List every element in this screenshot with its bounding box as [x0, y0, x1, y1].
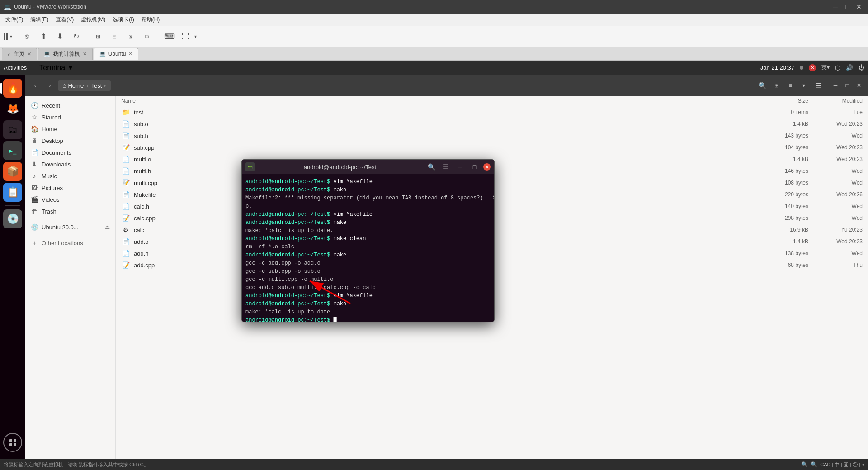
terminal-menu[interactable]: Terminal ▾ [39, 63, 72, 72]
panel-datetime: Jan 21 20:37 [760, 64, 794, 71]
activities-label[interactable]: Activities [4, 64, 27, 71]
firefox-icon: 🔥 [7, 82, 19, 94]
menu-file[interactable]: 文件(F) [2, 14, 27, 25]
volume-icon[interactable]: 🔊 [846, 64, 853, 71]
sidebar-divider [29, 219, 112, 219]
fm-list-view-button[interactable]: ≡ [784, 79, 797, 92]
file-row[interactable]: 📄 sub.o 1.4 kB Wed 20:23 [116, 118, 868, 130]
sidebar-item-other-locations[interactable]: + Other Locations [25, 237, 115, 249]
title-bar: 💻 Ubuntu - VMware Workstation ─ □ ✕ [0, 0, 868, 14]
sidebar-divider-2 [29, 235, 112, 235]
col-modified[interactable]: Modified [808, 98, 863, 104]
power-icon[interactable]: ✕ [809, 64, 816, 71]
menu-help[interactable]: 帮助(H) [138, 14, 164, 25]
sidebar-item-recent[interactable]: 🕐 Recent [25, 100, 115, 111]
file-icon: ⚙ [121, 225, 130, 234]
toolbar-btn-3[interactable]: ⬇ [52, 29, 67, 44]
show-apps-button[interactable] [3, 433, 22, 452]
launcher-notes[interactable]: 📋 [3, 183, 22, 202]
tab-ubuntu[interactable]: 💻 Ubuntu ✕ [94, 48, 139, 60]
term-line: make: 'calc' is up to date. [245, 308, 491, 316]
minimize-button[interactable]: ─ [830, 2, 841, 11]
menu-tabs[interactable]: 选项卡(I) [109, 14, 137, 25]
mypc-tab-close[interactable]: ✕ [83, 51, 87, 57]
toolbar-btn-4[interactable]: ↻ [69, 29, 83, 44]
file-row[interactable]: 📄 sub.h 143 bytes Wed [116, 130, 868, 142]
launcher-dvd[interactable]: 💿 [3, 209, 22, 228]
fm-sidebar: 🕐 Recent ☆ Starred 🏠 Home [25, 96, 116, 459]
file-size: 1.4 kB [754, 156, 808, 162]
fm-list-header: Name Size Modified [116, 96, 868, 106]
sidebar-item-music[interactable]: ♪ Music [25, 170, 115, 182]
sidebar-item-desktop[interactable]: 🖥 Desktop [25, 135, 115, 147]
term-maximize-button[interactable]: □ [469, 162, 481, 172]
file-icon: 📝 [121, 178, 130, 187]
fm-minimize-button[interactable]: ─ [830, 80, 841, 91]
lang-indicator[interactable]: 英▾ [821, 64, 830, 71]
term-content[interactable]: android@android-pc:~/Test$ vim Makefile … [242, 174, 494, 322]
fm-maximize-button[interactable]: □ [842, 80, 853, 91]
network-icon[interactable]: ⬡ [835, 64, 840, 71]
toolbar-view-btn-2[interactable]: ⊟ [107, 29, 122, 44]
home-tab-close[interactable]: ✕ [27, 51, 31, 57]
breadcrumb-home-label[interactable]: Home [68, 82, 84, 89]
breadcrumb-current-label[interactable]: Test [91, 82, 102, 89]
launcher-firefox[interactable]: 🦊 [3, 100, 22, 119]
toolbar-view-btn-4[interactable]: ⧉ [140, 29, 154, 44]
launcher-terminal[interactable]: ▶_ [3, 141, 22, 160]
toolbar-btn-1[interactable]: ⎋ [20, 29, 34, 44]
launcher-software[interactable]: 📦 [3, 162, 22, 181]
col-name[interactable]: Name [121, 98, 754, 104]
fm-hamburger-button[interactable]: ☰ [812, 79, 825, 92]
tab-mypc[interactable]: 💻 我的计算机 ✕ [38, 48, 93, 60]
sidebar-item-pictures[interactable]: 🖼 Pictures [25, 182, 115, 194]
fm-search-button[interactable]: 🔍 [756, 79, 769, 92]
launcher-files[interactable]: 🗂 [3, 120, 22, 139]
eject-icon[interactable]: ⏏ [105, 224, 110, 230]
add-location-icon: + [31, 239, 38, 247]
ubuntu-tab-close[interactable]: ✕ [128, 51, 132, 57]
maximize-button[interactable]: □ [842, 2, 853, 11]
fm-close-button[interactable]: ✕ [854, 80, 864, 91]
home-tab-label: 主页 [14, 50, 24, 58]
pause-control[interactable]: ▾ [4, 32, 12, 41]
fm-grid-view-button[interactable]: ⊞ [770, 79, 783, 92]
col-size[interactable]: Size [754, 98, 808, 104]
fullscreen-dropdown-arrow: ▾ [194, 34, 197, 39]
sidebar-item-network[interactable]: 💿 Ubuntu 20.0... ⏏ [25, 221, 115, 233]
toolbar-view-btn-1[interactable]: ⊞ [91, 29, 105, 44]
toolbar-console-btn[interactable]: ⌨ [162, 29, 176, 44]
sidebar-item-videos[interactable]: 🎬 Videos [25, 194, 115, 205]
term-menu-button[interactable]: ☰ [440, 162, 452, 172]
launcher-activities[interactable]: 🔥 [3, 79, 22, 98]
menu-view[interactable]: 查看(V) [52, 14, 77, 25]
term-search-button[interactable]: 🔍 [425, 162, 437, 172]
term-close-button[interactable]: ✕ [483, 163, 491, 171]
term-minimize-button[interactable]: ─ [454, 162, 466, 172]
sidebar-item-starred[interactable]: ☆ Starred [25, 111, 115, 123]
toolbar-view-btn-3[interactable]: ⊠ [123, 29, 138, 44]
sidebar-item-documents[interactable]: 📄 Documents [25, 147, 115, 158]
fm-back-button[interactable]: ‹ [29, 79, 42, 92]
file-size: 104 bytes [754, 144, 808, 151]
fm-view-more-button[interactable]: ▾ [797, 79, 810, 92]
breadcrumb-home-icon: ⌂ [62, 82, 66, 89]
system-power-icon[interactable]: ⏻ [859, 64, 864, 71]
file-row[interactable]: 📝 sub.cpp 104 bytes Wed 20:23 [116, 142, 868, 153]
menu-edit[interactable]: 编辑(E) [27, 14, 52, 25]
close-button[interactable]: ✕ [854, 2, 864, 11]
sidebar-item-trash[interactable]: 🗑 Trash [25, 205, 115, 217]
file-size: 220 bytes [754, 191, 808, 198]
fm-forward-button[interactable]: › [43, 79, 56, 92]
term-line: android@android-pc:~/Test$ make [245, 251, 491, 259]
tab-home[interactable]: ⌂ 主页 ✕ [2, 48, 37, 60]
menu-vm[interactable]: 虚拟机(M) [77, 14, 109, 25]
term-line: p. [245, 202, 491, 210]
file-name: sub.o [134, 121, 754, 128]
toolbar-fullscreen-btn[interactable]: ⛶ [178, 29, 193, 44]
sidebar-item-home[interactable]: 🏠 Home [25, 123, 115, 135]
sidebar-item-downloads[interactable]: ⬇ Downloads [25, 158, 115, 170]
music-label: Music [42, 173, 110, 180]
toolbar-btn-2[interactable]: ⬆ [36, 29, 51, 44]
file-row[interactable]: 📁 test 0 items Tue [116, 106, 868, 118]
